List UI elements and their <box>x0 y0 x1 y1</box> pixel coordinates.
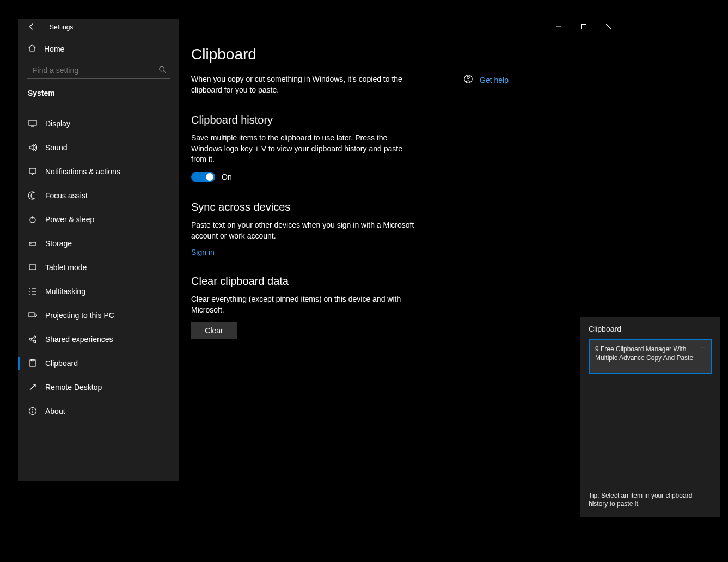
category-label: System <box>18 85 179 101</box>
svg-point-20 <box>34 340 36 343</box>
notifications-icon <box>28 167 38 176</box>
sidebar-item-notifications-actions[interactable]: Notifications & actions <box>18 160 179 184</box>
close-button[interactable] <box>596 19 621 35</box>
sidebar-item-focus-assist[interactable]: Focus assist <box>18 184 179 207</box>
remote-icon <box>28 383 38 392</box>
side-column: Get help <box>463 74 509 339</box>
tablet-icon <box>28 263 38 272</box>
sidebar-item-label: Multitasking <box>45 287 85 296</box>
maximize-button[interactable] <box>571 19 596 35</box>
svg-point-27 <box>32 409 33 410</box>
sidebar: Settings Home System DisplaySoundNotific… <box>18 19 179 481</box>
minimize-button[interactable] <box>546 19 571 35</box>
intro-text: When you copy or cut something in Window… <box>191 74 414 95</box>
share-icon <box>28 335 38 344</box>
settings-window: Settings Home System DisplaySoundNotific… <box>18 19 621 481</box>
sidebar-item-label: Tablet mode <box>45 263 87 272</box>
titlebar-left: Settings <box>18 19 179 36</box>
history-toggle[interactable] <box>191 172 215 182</box>
sidebar-item-label: Remote Desktop <box>45 383 102 392</box>
history-title: Clipboard history <box>191 114 414 126</box>
sidebar-item-clipboard[interactable]: Clipboard <box>18 351 179 375</box>
sidebar-item-label: Storage <box>45 239 72 248</box>
flyout-tip: Tip: Select an item in your clipboard hi… <box>580 486 720 517</box>
info-icon <box>28 407 38 416</box>
sidebar-item-label: Sound <box>45 143 67 152</box>
sidebar-item-label: Display <box>45 119 70 128</box>
svg-point-19 <box>34 336 36 338</box>
sidebar-item-projecting-to-this-pc[interactable]: Projecting to this PC <box>18 303 179 327</box>
clipboard-icon <box>28 359 38 368</box>
sign-in-link[interactable]: Sign in <box>191 248 414 256</box>
sidebar-item-label: Projecting to this PC <box>45 311 114 320</box>
sidebar-item-storage[interactable]: Storage <box>18 231 179 255</box>
sidebar-item-label: Clipboard <box>45 359 78 368</box>
clipboard-item-text: 9 Free Clipboard Manager With Multiple A… <box>595 345 693 362</box>
svg-rect-9 <box>29 265 36 270</box>
svg-rect-17 <box>29 313 34 317</box>
main-panel: Clipboard When you copy or cut something… <box>179 19 621 481</box>
help-icon <box>463 74 473 85</box>
svg-rect-29 <box>582 25 586 29</box>
svg-point-33 <box>467 76 470 79</box>
svg-point-18 <box>29 338 32 340</box>
clear-desc: Clear everything (except pinned items) o… <box>191 294 414 315</box>
sidebar-item-power-sleep[interactable]: Power & sleep <box>18 207 179 231</box>
app-title: Settings <box>50 23 73 31</box>
sidebar-item-label: Power & sleep <box>45 215 94 224</box>
clear-title: Clear clipboard data <box>191 275 414 288</box>
storage-icon <box>28 239 38 248</box>
sidebar-item-tablet-mode[interactable]: Tablet mode <box>18 255 179 279</box>
svg-line-22 <box>32 340 34 341</box>
sidebar-item-sound[interactable]: Sound <box>18 136 179 160</box>
sidebar-item-label: Notifications & actions <box>45 167 120 176</box>
svg-line-21 <box>32 338 34 339</box>
page-title: Clipboard <box>191 46 621 63</box>
svg-rect-10 <box>30 271 35 271</box>
history-toggle-label: On <box>222 173 232 181</box>
window-controls <box>546 19 621 35</box>
nav-list: DisplaySoundNotifications & actionsFocus… <box>18 112 179 423</box>
sidebar-item-about[interactable]: About <box>18 399 179 423</box>
get-help-link[interactable]: Get help <box>480 76 509 84</box>
home-icon <box>28 44 36 54</box>
sidebar-item-multitasking[interactable]: Multitasking <box>18 279 179 303</box>
sidebar-item-remote-desktop[interactable]: Remote Desktop <box>18 375 179 399</box>
search-wrap <box>18 62 179 85</box>
content-column: When you copy or cut something in Window… <box>191 74 414 339</box>
search-input[interactable] <box>27 62 170 79</box>
svg-point-8 <box>30 243 31 244</box>
sidebar-home[interactable]: Home <box>18 36 179 62</box>
flyout-title: Clipboard <box>580 317 720 339</box>
back-button[interactable] <box>28 23 35 32</box>
project-icon <box>28 311 38 320</box>
sidebar-item-shared-experiences[interactable]: Shared experiences <box>18 327 179 351</box>
svg-rect-4 <box>29 168 36 173</box>
sound-icon <box>28 143 38 152</box>
moon-icon <box>28 191 38 200</box>
clear-button[interactable]: Clear <box>191 322 237 339</box>
display-icon <box>28 119 38 128</box>
svg-rect-7 <box>29 242 36 245</box>
sync-desc: Paste text on your other devices when yo… <box>191 220 414 241</box>
history-desc: Save multiple items to the clipboard to … <box>191 133 414 165</box>
svg-rect-2 <box>29 120 36 125</box>
sidebar-item-display[interactable]: Display <box>18 112 179 136</box>
sidebar-item-label: Focus assist <box>45 191 88 200</box>
clipboard-item[interactable]: 9 Free Clipboard Manager With Multiple A… <box>589 339 712 374</box>
clipboard-flyout: Clipboard 9 Free Clipboard Manager With … <box>580 317 720 517</box>
multitask-icon <box>28 287 38 296</box>
power-icon <box>28 215 38 224</box>
sidebar-item-label: Shared experiences <box>45 335 113 344</box>
clipboard-item-menu[interactable]: ··· <box>699 343 706 352</box>
home-label: Home <box>44 45 64 53</box>
sidebar-item-label: About <box>45 407 65 416</box>
sync-title: Sync across devices <box>191 201 414 213</box>
